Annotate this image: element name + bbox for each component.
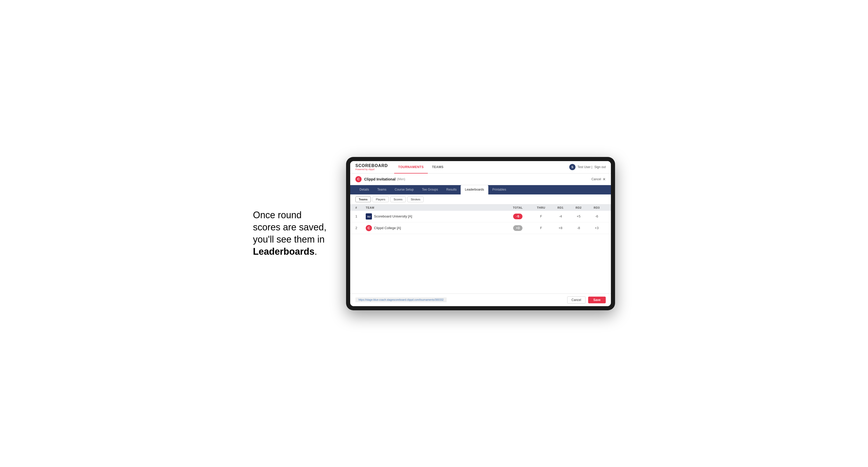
table-row: 2 C Clippd College [A] +3 F +8 -8 +3 [350, 222, 611, 234]
filter-strokes-button[interactable]: Strokes [407, 196, 424, 202]
filter-teams-button[interactable]: Teams [355, 196, 371, 202]
logo-sub: Powered by clippd [355, 168, 388, 171]
rd1-2: +8 [551, 226, 569, 230]
tournament-gender: (Men) [397, 177, 405, 181]
col-team: TEAM [366, 206, 505, 209]
table-row: 1 SU Scoreboard University [A] -5 [350, 211, 611, 222]
tournament-cancel-button[interactable]: Cancel ✕ [591, 177, 606, 181]
col-rd3: RD3 [588, 206, 606, 209]
total-col-1: -5 [505, 214, 531, 219]
bottom-bar: https://stage-blue-coach.stagescoreboard… [350, 293, 611, 306]
team-name-1: Scoreboard University [A] [374, 214, 412, 218]
team-name-2: Clippd College [A] [374, 226, 401, 230]
tab-tee-groups[interactable]: Tee Groups [418, 185, 442, 194]
user-name: Test User | [578, 165, 592, 169]
rd1-1: -4 [551, 214, 569, 218]
tab-details[interactable]: Details [355, 185, 373, 194]
team-logo-scoreboard: SU [366, 213, 372, 220]
svg-text:SU: SU [367, 215, 371, 218]
top-nav: SCOREBOARD Powered by clippd TOURNAMENTS… [350, 161, 611, 174]
tab-teams[interactable]: Teams [373, 185, 391, 194]
rd3-1: -6 [588, 214, 606, 218]
col-thru: THRU [531, 206, 551, 209]
thru-1: F [531, 214, 551, 218]
close-icon: ✕ [602, 177, 606, 181]
filter-players-button[interactable]: Players [372, 196, 389, 202]
score-badge-2: +3 [513, 225, 523, 231]
team-col-2: C Clippd College [A] [366, 225, 505, 231]
sub-nav: Details Teams Course Setup Tee Groups Re… [350, 185, 611, 194]
leaderboard-table: 1 SU Scoreboard University [A] -5 [350, 211, 611, 293]
filter-scores-button[interactable]: Scores [390, 196, 406, 202]
col-rd1: RD1 [551, 206, 569, 209]
tournament-name: Clippd Invitational [364, 177, 396, 181]
tab-leaderboards[interactable]: Leaderboards [461, 185, 488, 194]
logo-text: SCOREBOARD [355, 163, 388, 168]
filter-bar: Teams Players Scores Strokes [350, 194, 611, 205]
team-col-1: SU Scoreboard University [A] [366, 213, 505, 220]
col-rank: # [355, 206, 366, 209]
nav-tab-teams[interactable]: TEAMS [428, 161, 448, 174]
tablet-frame: SCOREBOARD Powered by clippd TOURNAMENTS… [346, 157, 615, 310]
sign-out-link[interactable]: Sign out [594, 165, 606, 169]
rd3-2: +3 [588, 226, 606, 230]
tournament-icon: C [355, 176, 362, 182]
url-bar: https://stage-blue-coach.stagescoreboard… [355, 298, 447, 302]
tablet-screen: SCOREBOARD Powered by clippd TOURNAMENTS… [350, 161, 611, 306]
score-badge-1: -5 [513, 214, 523, 219]
col-total: TOTAL [505, 206, 531, 209]
sidebar-description: Once round scores are saved, you'll see … [253, 209, 331, 257]
user-avatar: S [569, 164, 576, 170]
cancel-button[interactable]: Cancel [567, 296, 586, 304]
tab-printables[interactable]: Printables [488, 185, 510, 194]
team-logo-icon: SU [367, 214, 371, 218]
total-col-2: +3 [505, 225, 531, 231]
rank-1: 1 [355, 214, 366, 218]
rd2-2: -8 [569, 226, 588, 230]
rank-2: 2 [355, 226, 366, 230]
tournament-header: C Clippd Invitational (Men) Cancel ✕ [350, 174, 611, 185]
col-rd2: RD2 [569, 206, 588, 209]
table-header: # TEAM TOTAL THRU RD1 RD2 RD3 [350, 205, 611, 211]
tab-course-setup[interactable]: Course Setup [391, 185, 418, 194]
team-logo-clippd: C [366, 225, 372, 231]
rd2-1: +5 [569, 214, 588, 218]
nav-tab-tournaments[interactable]: TOURNAMENTS [394, 161, 428, 174]
nav-right: S Test User | Sign out [569, 164, 606, 170]
nav-tabs: TOURNAMENTS TEAMS [394, 161, 448, 173]
save-button[interactable]: Save [588, 297, 606, 303]
logo-area: SCOREBOARD Powered by clippd [355, 163, 388, 171]
tab-results[interactable]: Results [442, 185, 461, 194]
thru-2: F [531, 226, 551, 230]
